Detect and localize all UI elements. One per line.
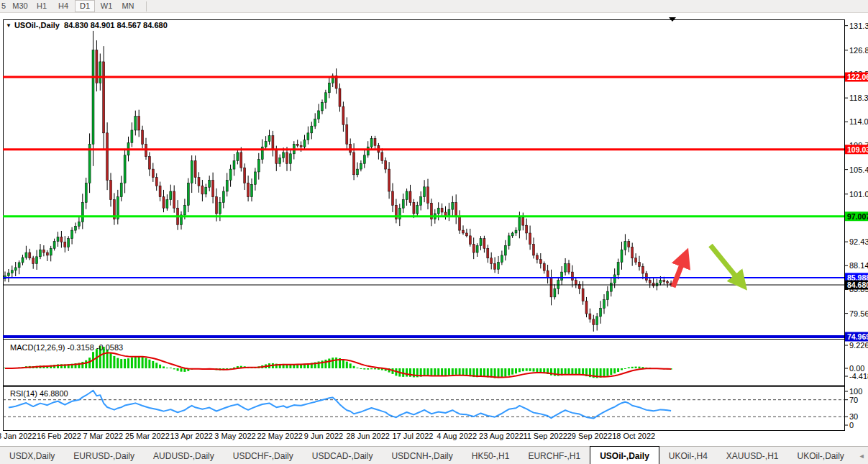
bear-candle	[152, 169, 154, 178]
macd-axis-label: -4.4188	[849, 372, 868, 381]
bear-candle	[381, 153, 383, 161]
bull-candle	[68, 239, 70, 247]
macd-histogram-bar	[568, 368, 570, 375]
tab-hk50-h1[interactable]: HK50-,H1	[462, 447, 519, 464]
bear-candle	[350, 144, 352, 153]
macd-histogram-bar	[360, 368, 362, 369]
macd-histogram-bar	[124, 359, 126, 368]
macd-histogram-bar	[342, 360, 344, 368]
bull-candle	[120, 183, 122, 196]
macd-histogram-bar	[455, 368, 457, 375]
bear-candle	[212, 181, 214, 197]
bull-candle	[18, 263, 20, 268]
tab-usdcad-daily[interactable]: USDCAD-,Daily	[303, 447, 383, 464]
bull-candle	[14, 268, 17, 270]
bull-candle	[324, 93, 326, 103]
bear-candle	[155, 178, 157, 186]
bear-candle	[339, 88, 341, 106]
tab-xauusd-h1[interactable]: XAUUSD-,H1	[717, 447, 788, 464]
timeframe-button-w1[interactable]: W1	[96, 0, 117, 12]
bull-candle	[318, 111, 320, 119]
bull-candle	[99, 62, 101, 83]
macd-histogram-bar	[363, 368, 365, 370]
macd-histogram-bar	[483, 368, 485, 377]
macd-histogram-bar	[85, 360, 87, 368]
bull-candle	[81, 202, 83, 222]
macd-histogram-bar	[504, 368, 506, 377]
tab-eurusd-daily[interactable]: EURUSD-,Daily	[64, 447, 144, 464]
price-tick-label: 79.560	[849, 309, 868, 318]
price-tick-label: 105.430	[849, 165, 868, 174]
macd-histogram-bar	[452, 368, 454, 375]
bull-candle	[131, 130, 133, 142]
bear-candle	[286, 153, 288, 163]
timeframe-button-mn[interactable]: MN	[118, 0, 138, 12]
tab-usdchf-daily[interactable]: USDCHF-,Daily	[224, 447, 303, 464]
bull-candle	[321, 102, 324, 111]
macd-histogram-bar	[117, 358, 119, 368]
date-axis-label: 25 Mar 2022	[125, 432, 170, 440]
bull-candle	[187, 183, 189, 205]
macd-axis-label: 9.2266	[849, 341, 868, 350]
tab-scroll-arrows[interactable]: ◄►	[854, 447, 868, 464]
bear-candle	[522, 217, 524, 225]
bull-candle	[504, 245, 506, 255]
bull-candle	[357, 169, 359, 175]
bull-candle	[229, 169, 232, 180]
bull-candle	[554, 288, 556, 297]
bull-candle	[561, 272, 563, 281]
bear-candle	[635, 258, 637, 263]
bear-candle	[385, 160, 387, 169]
macd-histogram-bar	[406, 368, 408, 377]
bull-candle	[36, 257, 38, 264]
bear-candle	[29, 253, 31, 258]
bear-candle	[300, 145, 302, 147]
bear-candle	[103, 62, 105, 133]
tab-audusd-daily[interactable]: AUDUSD-,Daily	[144, 447, 224, 464]
rsi-axis-label: 0	[849, 421, 854, 429]
bull-candle	[219, 202, 221, 213]
bull-candle	[124, 155, 126, 183]
date-axis-label: 7 Mar 2022	[83, 432, 123, 440]
bull-candle	[166, 200, 168, 209]
bear-candle	[459, 217, 461, 230]
macd-histogram-bar	[148, 360, 150, 368]
timeframe-button-5[interactable]: 5	[0, 0, 9, 12]
tab-usdcnh-daily[interactable]: USDCNH-,Daily	[382, 447, 462, 464]
date-axis-label: 23 Aug 2022	[479, 432, 524, 440]
bull-candle	[328, 83, 330, 93]
bull-candle	[617, 263, 619, 275]
bull-candle	[25, 253, 27, 258]
symbol-dropdown-icon[interactable]: ▼	[6, 22, 12, 29]
chart-canvas[interactable]: 131.300126.880122.590118.300114.010109.7…	[0, 13, 868, 445]
tab-ukoil-daily[interactable]: UKOil-,Daily	[788, 447, 854, 464]
macd-histogram-bar	[120, 359, 122, 368]
tab-usdx-daily[interactable]: USDX,Daily	[0, 447, 64, 464]
bear-candle	[550, 278, 552, 297]
macd-histogram-bar	[138, 356, 140, 368]
toolbar-separator	[146, 1, 147, 12]
macd-histogram-bar	[571, 368, 573, 375]
tab-ukoil-h4[interactable]: UKOil-,H4	[659, 447, 717, 464]
bull-candle	[57, 237, 59, 241]
price-tag-label: 84.680	[847, 281, 868, 289]
bear-candle	[46, 253, 48, 255]
bull-candle	[85, 183, 87, 202]
bull-candle	[191, 160, 193, 183]
tab-eurchf-h1[interactable]: EURCHF-,H1	[518, 447, 590, 464]
price-tick-label: 118.300	[849, 94, 868, 102]
timeframe-button-h1[interactable]: H1	[32, 0, 52, 12]
symbol-header: ▼USOil-,Daily 84.830 84.901 84.567 84.68…	[6, 21, 168, 29]
date-axis-label: 3 May 2022	[214, 432, 255, 440]
macd-histogram-bar	[459, 368, 461, 376]
timeframe-button-m30[interactable]: M30	[10, 0, 30, 12]
macd-histogram-bar	[177, 368, 179, 371]
timeframe-button-h4[interactable]: H4	[53, 0, 73, 12]
bear-candle	[32, 258, 35, 264]
bull-candle	[209, 181, 211, 188]
tab-usoil-daily[interactable]: USOil-,Daily	[590, 446, 659, 464]
timeframe-button-d1[interactable]: D1	[75, 0, 95, 12]
macd-histogram-bar	[526, 368, 528, 371]
macd-histogram-bar	[635, 367, 637, 368]
bear-candle	[148, 157, 150, 169]
